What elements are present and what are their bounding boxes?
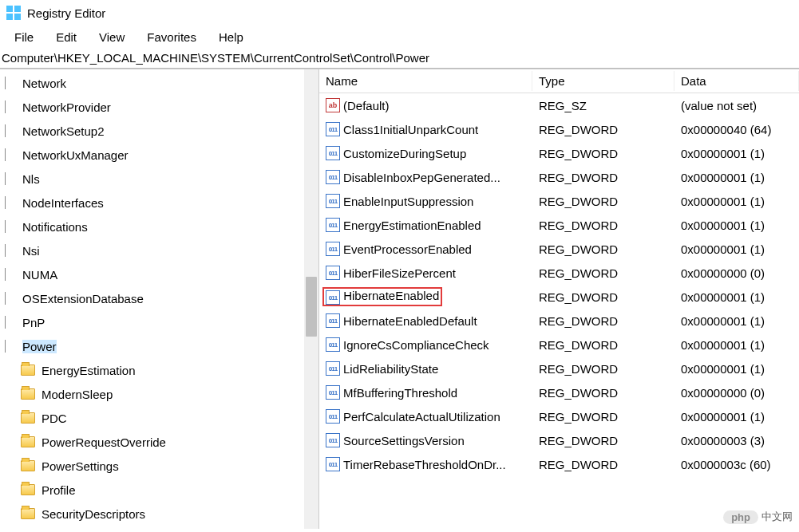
tree-item-securitydescriptors[interactable]: SecurityDescriptors (0, 502, 318, 526)
tree-item-nls[interactable]: Nls (0, 167, 318, 191)
tree-item-osextensiondatabase[interactable]: OSExtensionDatabase (0, 286, 318, 310)
dword-icon: 011 (326, 361, 340, 376)
value-type: REG_DWORD (532, 384, 674, 401)
dword-icon: 011 (326, 290, 340, 305)
address-bar[interactable]: Computer\HKEY_LOCAL_MACHINE\SYSTEM\Curre… (0, 48, 799, 69)
dword-icon: 011 (326, 457, 340, 471)
menu-help[interactable]: Help (208, 28, 255, 46)
value-row[interactable]: 011EnableInputSuppressionREG_DWORD0x0000… (319, 189, 799, 213)
value-row[interactable]: 011Class1InitialUnparkCountREG_DWORD0x00… (319, 117, 799, 141)
key-icon (5, 77, 18, 89)
value-row[interactable]: 011LidReliabilityStateREG_DWORD0x0000000… (319, 357, 799, 380)
tree-item-power[interactable]: Power (0, 334, 318, 358)
values-list[interactable]: ab(Default)REG_SZ(value not set)011Class… (319, 93, 799, 476)
value-name: HibernateEnabled (343, 289, 439, 302)
value-row[interactable]: 011PerfCalculateActualUtilizationREG_DWO… (319, 404, 799, 428)
tree-scrollbar[interactable] (304, 69, 318, 529)
value-type: REG_DWORD (532, 432, 674, 449)
menu-edit[interactable]: Edit (45, 28, 88, 46)
tree-item-networkprovider[interactable]: NetworkProvider (0, 95, 318, 119)
tree-item-nodeinterfaces[interactable]: NodeInterfaces (0, 191, 318, 215)
value-row[interactable]: 011HibernateEnabledDefaultREG_DWORD0x000… (319, 309, 799, 333)
value-name: (Default) (343, 99, 390, 112)
dword-icon: 011 (326, 385, 340, 400)
folder-icon (21, 508, 35, 519)
window-title: Registry Editor (27, 6, 105, 20)
tree-item-pnp[interactable]: PnP (0, 310, 318, 334)
key-icon (5, 148, 18, 161)
tree-item-label: NUMA (22, 268, 57, 282)
menu-favorites[interactable]: Favorites (136, 28, 208, 46)
php-badge: php (723, 510, 758, 524)
header-data[interactable]: Data (674, 71, 799, 91)
tree-item-networkuxmanager[interactable]: NetworkUxManager (0, 143, 318, 167)
tree-item-numa[interactable]: NUMA (0, 262, 318, 286)
tree-item-networksetup2[interactable]: NetworkSetup2 (0, 119, 318, 143)
folder-icon (21, 460, 35, 471)
value-name: EnergyEstimationEnabled (343, 219, 481, 232)
tree-item-label: PDC (42, 412, 67, 425)
value-type: REG_SZ (532, 97, 674, 114)
regedit-icon (6, 6, 21, 20)
tree-item-label: PnP (22, 316, 45, 329)
value-type: REG_DWORD (532, 169, 674, 186)
value-name: MfBufferingThreshold (343, 386, 457, 400)
value-row[interactable]: 011CustomizeDuringSetupREG_DWORD0x000000… (319, 141, 799, 165)
value-type: REG_DWORD (532, 456, 674, 473)
tree-item-label: ModernSleep (42, 388, 113, 401)
value-data: 0x00000001 (1) (674, 145, 799, 162)
tree-item-network[interactable]: Network (0, 71, 318, 95)
header-name[interactable]: Name (319, 71, 532, 91)
tree-item-sync[interactable]: Sync (0, 526, 318, 529)
tree-item-modernsleep[interactable]: ModernSleep (0, 382, 318, 406)
tree-item-label: Power (22, 340, 57, 353)
tree-item-label: PowerRequestOverride (42, 435, 166, 449)
dword-icon: 011 (326, 409, 340, 424)
tree-list[interactable]: NetworkNetworkProviderNetworkSetup2Netwo… (0, 69, 318, 529)
header-type[interactable]: Type (532, 71, 674, 91)
tree-item-label: EnergyEstimation (42, 364, 136, 377)
dword-icon: 011 (326, 266, 340, 280)
tree-item-powerrequestoverride[interactable]: PowerRequestOverride (0, 430, 318, 454)
tree-item-label: Notifications (22, 220, 88, 234)
value-row[interactable]: 011HiberFileSizePercentREG_DWORD0x000000… (319, 261, 799, 285)
dword-icon: 011 (326, 194, 340, 208)
tree-item-label: NetworkSetup2 (22, 124, 105, 138)
svg-rect-1 (14, 6, 21, 12)
content-area: NetworkNetworkProviderNetworkSetup2Netwo… (0, 69, 799, 529)
svg-rect-3 (14, 14, 21, 20)
value-type: REG_DWORD (532, 361, 674, 377)
value-row[interactable]: 011MfBufferingThresholdREG_DWORD0x000000… (319, 380, 799, 404)
dword-icon: 011 (326, 218, 340, 232)
value-name: TimerRebaseThresholdOnDr... (343, 458, 506, 471)
value-data: 0x00000001 (1) (674, 289, 799, 305)
tree-item-powersettings[interactable]: PowerSettings (0, 454, 318, 478)
tree-item-energyestimation[interactable]: EnergyEstimation (0, 358, 318, 382)
value-data: 0x00000001 (1) (674, 337, 799, 353)
string-icon: ab (326, 98, 340, 112)
value-type: REG_DWORD (532, 289, 674, 305)
menu-view[interactable]: View (88, 28, 136, 46)
value-row[interactable]: ab(Default)REG_SZ(value not set) (319, 93, 799, 117)
tree-item-notifications[interactable]: Notifications (0, 215, 318, 238)
value-row[interactable]: 011TimerRebaseThresholdOnDr...REG_DWORD0… (319, 452, 799, 476)
value-data: 0x00000001 (1) (674, 217, 799, 234)
tree-item-nsi[interactable]: Nsi (0, 238, 318, 262)
svg-rect-2 (6, 14, 13, 20)
value-row[interactable]: 011EnergyEstimationEnabledREG_DWORD0x000… (319, 213, 799, 237)
tree-item-pdc[interactable]: PDC (0, 406, 318, 430)
title-bar: Registry Editor (0, 0, 799, 26)
value-row[interactable]: 011SourceSettingsVersionREG_DWORD0x00000… (319, 428, 799, 452)
dword-icon: 011 (326, 122, 340, 136)
value-data: 0x00000001 (1) (674, 408, 799, 425)
dword-icon: 011 (326, 146, 340, 160)
value-row[interactable]: 011IgnoreCsComplianceCheckREG_DWORD0x000… (319, 333, 799, 357)
value-row[interactable]: 011DisableInboxPepGenerated...REG_DWORD0… (319, 165, 799, 189)
scroll-thumb[interactable] (306, 277, 317, 337)
value-row[interactable]: 011EventProcessorEnabledREG_DWORD0x00000… (319, 237, 799, 261)
dword-icon: 011 (326, 313, 340, 328)
value-row[interactable]: 011 HibernateEnabledREG_DWORD0x00000001 … (319, 285, 799, 309)
tree-item-profile[interactable]: Profile (0, 478, 318, 502)
menu-file[interactable]: File (3, 28, 45, 46)
value-type: REG_DWORD (532, 217, 674, 234)
